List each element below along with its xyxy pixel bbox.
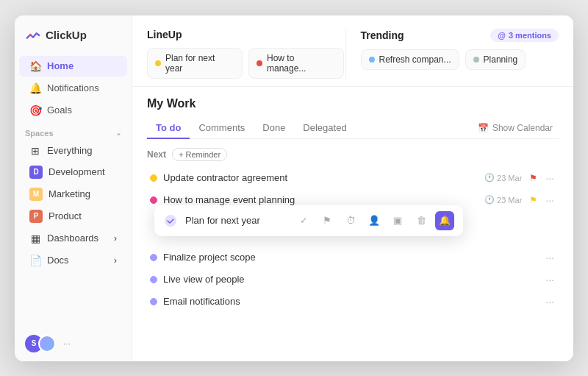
trending-card-planning[interactable]: Planning [465,49,526,70]
tab-delegated[interactable]: Delegated [294,118,355,139]
svg-point-0 [165,215,176,227]
sidebar-space-product-label: Product [49,210,82,221]
refresh-dot [369,57,375,63]
reminder-label: Reminder [185,150,220,159]
sidebar-item-dashboards[interactable]: ▦ Dashboards › [19,228,127,249]
planning-label: Planning [484,54,518,65]
popup-task-icon [163,213,178,228]
tab-done[interactable]: Done [254,118,294,139]
popup-trash-button[interactable]: 🗑 [412,211,431,230]
task-more-button[interactable]: ··· [544,296,556,308]
docs-icon: 📄 [29,255,41,266]
task-flag: ⚑ [528,195,538,205]
trending-card-refresh[interactable]: Refresh compan... [361,49,459,70]
top-section: LineUp Plan for next year How to manage.… [132,15,573,87]
sidebar-nav-goals-label: Goals [47,104,72,116]
reminder-badge[interactable]: + Reminder [172,148,227,161]
task-date: 🕐 23 Mar [484,195,522,205]
sidebar-item-development[interactable]: D Development [19,162,127,182]
popup-bell-button[interactable]: 🔔 [435,211,454,230]
tab-comments[interactable]: Comments [190,118,254,139]
task-row[interactable]: Email notifications ··· [147,291,559,313]
clock-icon: 🕐 [484,195,495,205]
task-more-button[interactable]: ··· [544,194,556,206]
popup-person-button[interactable]: 👤 [365,211,384,230]
task-name: Email notifications [163,296,544,307]
task-name: Live view of people [163,274,544,285]
product-dot: P [29,210,43,223]
sidebar-item-goals[interactable]: 🎯 Goals [19,100,127,121]
task-popup: Plan for next year ✓ ⚑ ⏱ 👤 ▣ 🗑 🔔 [154,205,463,236]
task-status-dot [150,196,157,204]
reminder-plus-icon: + [179,150,183,159]
sidebar-item-notifications[interactable]: 🔔 Notifications [19,78,127,99]
task-more-button[interactable]: ··· [544,252,556,263]
task-meta: ··· [544,296,556,308]
sidebar-space-everything-label: Everything [47,145,92,156]
plan-card-label: Plan for next year [165,53,234,74]
mywork-section: My Work To do Comments Done Delegated [132,87,573,361]
manage-card-dot [257,60,262,66]
task-list: Update contractor agreement 🕐 23 Mar ⚑ ·… [147,167,559,313]
docs-chevron-icon: › [114,255,117,266]
sidebar-space-development-label: Development [49,166,105,177]
lineup-section: LineUp Plan for next year How to manage.… [147,29,345,79]
dashboards-chevron-icon: › [114,233,117,244]
lineup-card-manage[interactable]: How to manage... [248,48,344,79]
popup-actions: ✓ ⚑ ⏱ 👤 ▣ 🗑 🔔 [294,211,454,230]
development-dot: D [29,166,43,179]
bell-icon: 🔔 [29,82,41,94]
planning-dot [473,57,479,63]
task-name: Update contractor agreement [163,172,484,183]
logo: ClickUp [15,27,132,55]
calendar-icon: 📅 [478,123,489,133]
task-row[interactable]: Live view of people ··· [147,269,559,291]
sidebar-dashboards-label: Dashboards [47,233,98,244]
popup-square-button[interactable]: ▣ [388,211,407,230]
avatar-photo [38,335,56,352]
task-name: Finalize project scope [163,252,544,263]
task-row[interactable]: Finalize project scope ··· [147,246,559,269]
sidebar-item-home[interactable]: 🏠 Home [19,56,127,77]
tab-todo[interactable]: To do [147,118,190,139]
mentions-icon: @ [498,31,506,40]
sidebar: ClickUp 🏠 Home 🔔 Notifications 🎯 Goals S… [15,15,132,361]
dashboards-icon: ▦ [29,233,41,244]
goals-icon: 🎯 [29,104,41,116]
task-name: How to manage event planning [163,194,484,205]
task-more-button[interactable]: ··· [544,274,556,285]
spaces-chevron-icon: ⌄ [115,129,121,137]
sidebar-item-everything[interactable]: ⊞ Everything [19,141,127,160]
marketing-dot: M [29,188,43,201]
popup-clock-button[interactable]: ⏱ [341,211,360,230]
task-meta: ··· [544,252,556,263]
task-meta: 🕐 23 Mar ⚑ ··· [484,194,556,206]
lineup-card-plan[interactable]: Plan for next year [147,48,243,79]
spaces-section-label: Spaces ⌄ [15,121,132,141]
task-more-button[interactable]: ··· [544,172,556,184]
sidebar-item-docs[interactable]: 📄 Docs › [19,250,127,271]
task-meta: 🕐 23 Mar ⚑ ··· [484,172,556,184]
popup-check-button[interactable]: ✓ [294,211,313,230]
footer-dots: ··· [63,338,71,349]
mentions-badge: @ 3 mentions [490,29,559,42]
task-status-dot [150,174,157,182]
tabs-left: To do Comments Done Delegated [147,118,356,138]
lineup-cards: Plan for next year How to manage... [147,48,345,79]
tabs-bar: To do Comments Done Delegated 📅 Show Cal… [147,118,559,139]
popup-flag-button[interactable]: ⚑ [318,211,337,230]
show-calendar-button[interactable]: 📅 Show Calendar [472,120,559,136]
home-icon: 🏠 [29,60,41,72]
everything-icon: ⊞ [29,145,41,157]
plan-card-dot [155,60,161,66]
task-flag: ⚑ [528,173,538,183]
sidebar-item-product[interactable]: P Product [19,206,127,227]
trending-title: Trending @ 3 mentions [361,29,559,42]
app-name: ClickUp [46,29,87,41]
sidebar-nav-home-label: Home [47,60,74,71]
trending-cards: Refresh compan... Planning [361,49,559,70]
task-status-dot [150,298,157,305]
mentions-count: 3 mentions [509,31,551,40]
task-row[interactable]: Update contractor agreement 🕐 23 Mar ⚑ ·… [147,167,559,189]
sidebar-item-marketing[interactable]: M Marketing [19,184,127,205]
